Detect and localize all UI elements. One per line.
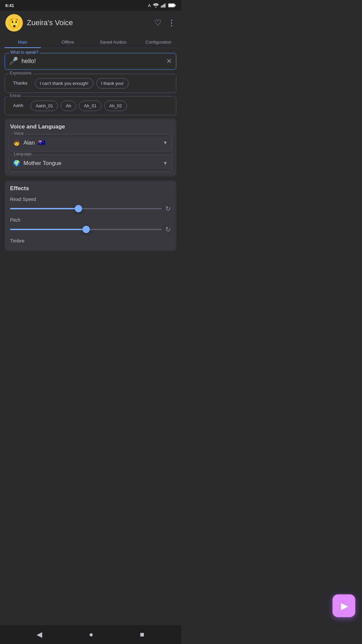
read-speed-slider-row: ↻ [10, 205, 171, 213]
language-dropdown-arrow: ▼ [163, 160, 168, 166]
language-dropdown-field: Language 🌍 Mother Tongue ▼ [9, 155, 172, 172]
signal-icon [161, 3, 166, 8]
read-speed-track[interactable] [10, 208, 162, 209]
extras-label: Extras [8, 93, 22, 98]
wifi-icon [153, 3, 159, 8]
app-title: Zueira's Voice [27, 18, 150, 27]
effects-card: Effects Read Speed ↻ Pitch ↻ Timbre [5, 180, 176, 251]
voice-name: Alan [23, 140, 35, 146]
read-speed-reset[interactable]: ↻ [165, 205, 171, 213]
expressions-chips: Thanks I can't thank you enough! I thank… [8, 78, 173, 89]
timbre-partial-label: Timbre [10, 238, 171, 246]
tab-offline[interactable]: Offline [45, 35, 90, 48]
mic-icon[interactable]: 🎤 [9, 57, 18, 65]
voice-value: 🧒 Alan 🇦🇺 [13, 139, 45, 146]
svg-rect-1 [162, 5, 163, 7]
voice-language-title: Voice and Language [5, 119, 176, 130]
what-to-speak-field: What to speak? 🎤 ✕ [5, 53, 176, 70]
pitch-slider-row: ↻ [10, 225, 171, 233]
pitch-track[interactable] [10, 229, 162, 230]
language-field-label: Language [12, 152, 33, 156]
tab-configuration[interactable]: Configuration [136, 35, 181, 48]
language-dropdown[interactable]: 🌍 Mother Tongue ▼ [13, 157, 168, 168]
main-content: What to speak? 🎤 ✕ Expressions Thanks I … [0, 48, 181, 115]
more-menu-button[interactable]: ⋮ [168, 18, 176, 28]
chip-thanks[interactable]: Thanks [8, 78, 32, 89]
battery-icon [168, 3, 176, 7]
status-icons: A [148, 3, 176, 8]
language-value: 🌍 Mother Tongue [13, 160, 61, 167]
keyboard-icon: A [148, 3, 151, 8]
expressions-label: Expressions [8, 71, 33, 75]
chip-ah[interactable]: Ah [61, 101, 76, 111]
voice-flag: 🇦🇺 [38, 139, 45, 146]
status-bar: 6:41 A [0, 0, 181, 11]
header-actions: ♡ ⋮ [154, 18, 176, 28]
voice-language-card: Voice and Language Voice 🧒 Alan 🇦🇺 ▼ Lan… [5, 119, 176, 176]
chip-i-thank-you[interactable]: I thank you! [96, 78, 129, 89]
tab-bar: Main Offline Saved Audios Configuration [0, 35, 181, 48]
svg-rect-3 [165, 3, 165, 7]
tab-saved-audios[interactable]: Saved Audios [90, 35, 136, 48]
status-time: 6:41 [5, 3, 14, 8]
voice-field-label: Voice [12, 131, 25, 136]
pitch-reset[interactable]: ↻ [165, 225, 171, 233]
pitch-fill [10, 229, 86, 230]
chip-ah02[interactable]: Ah_02 [104, 101, 127, 111]
chip-ah01[interactable]: Ah_01 [79, 101, 102, 111]
extras-group: Extras Aahh Aahh_01 Ah Ah_01 Ah_02 [5, 96, 176, 115]
voice-dropdown-arrow: ▼ [163, 140, 168, 146]
clear-icon[interactable]: ✕ [166, 57, 172, 65]
voice-dropdown-field: Voice 🧒 Alan 🇦🇺 ▼ [9, 134, 172, 151]
read-speed-fill [10, 208, 78, 209]
read-speed-thumb[interactable] [75, 205, 82, 212]
tab-main[interactable]: Main [0, 35, 45, 48]
chip-aahh[interactable]: Aahh [8, 101, 28, 111]
what-to-speak-label: What to speak? [9, 50, 40, 55]
svg-rect-4 [166, 3, 166, 8]
avatar: 😲 [5, 14, 23, 32]
input-row: 🎤 ✕ [9, 57, 172, 65]
expressions-group: Expressions Thanks I can't thank you eno… [5, 74, 176, 93]
language-globe: 🌍 [13, 160, 20, 167]
svg-rect-2 [163, 4, 164, 8]
app-header: 😲 Zueira's Voice ♡ ⋮ [0, 11, 181, 35]
pitch-label: Pitch [10, 217, 171, 223]
pitch-thumb[interactable] [82, 226, 90, 233]
svg-rect-6 [169, 4, 174, 7]
svg-rect-7 [175, 4, 176, 6]
extras-chips: Aahh Aahh_01 Ah Ah_01 Ah_02 [8, 101, 173, 111]
chip-cant-thank[interactable]: I can't thank you enough! [35, 78, 94, 89]
voice-dropdown[interactable]: 🧒 Alan 🇦🇺 ▼ [13, 137, 168, 148]
speak-input[interactable] [21, 58, 163, 65]
effects-title: Effects [10, 185, 171, 192]
language-name: Mother Tongue [23, 160, 61, 167]
svg-rect-0 [161, 6, 162, 8]
favorite-button[interactable]: ♡ [154, 18, 162, 28]
chip-aahh01[interactable]: Aahh_01 [31, 101, 58, 111]
read-speed-label: Read Speed [10, 197, 171, 202]
voice-emoji: 🧒 [13, 139, 20, 146]
